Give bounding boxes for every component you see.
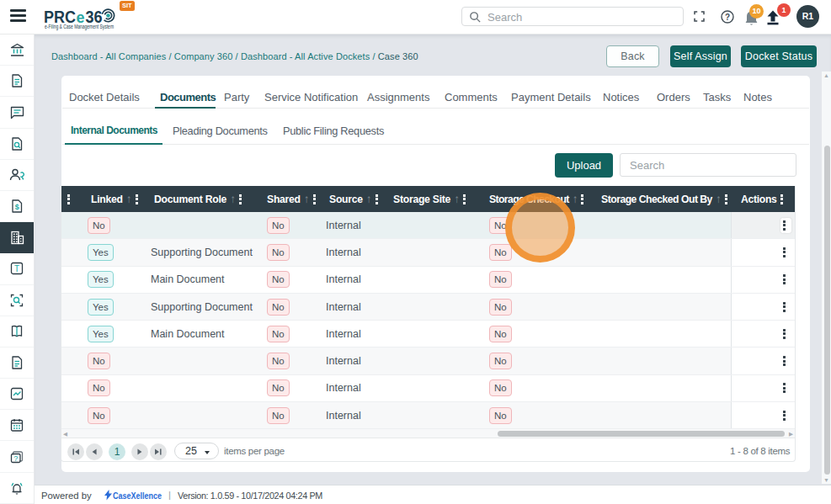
svg-text:T: T (14, 264, 19, 273)
svg-text:CaseXellence: CaseXellence (113, 491, 162, 501)
svg-text:?: ? (725, 13, 730, 22)
svg-text:e-Filing & Case Management Sys: e-Filing & Case Management System (45, 24, 114, 30)
svg-text:$: $ (15, 203, 19, 211)
svg-text:?: ? (13, 454, 18, 462)
